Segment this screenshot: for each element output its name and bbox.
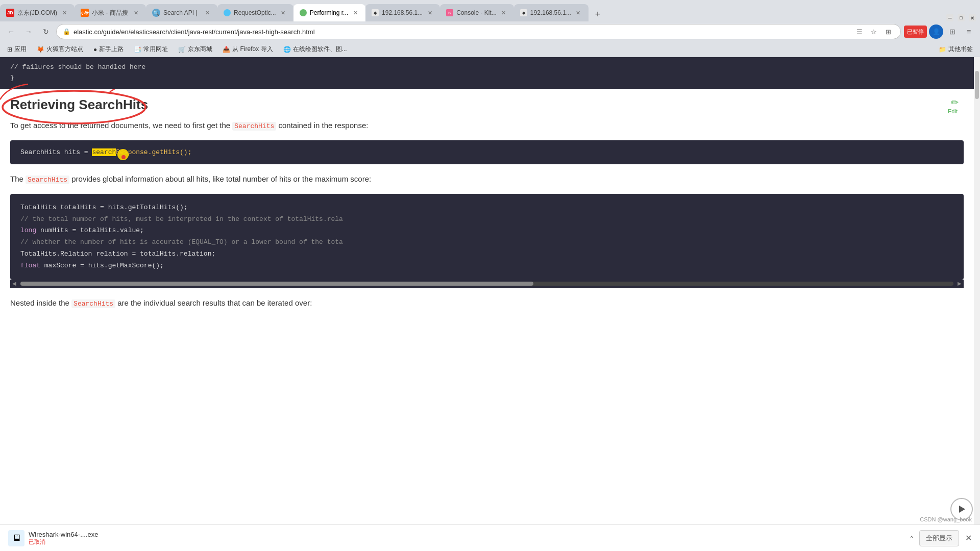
scroll-right-arrow[interactable]: ▶ bbox=[955, 281, 964, 286]
new-tab-button[interactable]: + bbox=[591, 7, 605, 21]
tab-bar: JD 京东(JD.COM) ✕ 小米 小米 - 商品搜 ✕ 🔍 Search A… bbox=[0, 0, 980, 21]
download-expand-button[interactable]: ^ bbox=[910, 535, 913, 542]
cb2-line1: TotalHits totalHits = hits.getTotalHits(… bbox=[20, 202, 953, 214]
code-line-brace: } bbox=[10, 73, 964, 84]
bottom-inline-code: SearchHits bbox=[71, 299, 115, 308]
bookmark-star-icon[interactable]: ☆ bbox=[868, 26, 880, 38]
page-main: // failures should be handled here } Ret… bbox=[0, 57, 980, 524]
code-block-2: TotalHits totalHits = hits.getTotalHits(… bbox=[10, 194, 964, 280]
address-bar[interactable]: 🔒 elastic.co/guide/en/elasticsearch/clie… bbox=[56, 24, 901, 39]
pause-button[interactable]: 已暂停 bbox=[904, 26, 927, 38]
common-icon: 📑 bbox=[134, 46, 141, 53]
tab-search[interactable]: 🔍 Search API | ✕ bbox=[146, 4, 217, 21]
scroll-left-arrow[interactable]: ◀ bbox=[10, 281, 18, 286]
h-scrollbar-track[interactable] bbox=[20, 282, 953, 286]
bookmarks-bar: ⊞ 应用 🦊 火狐官方站点 ● 新手上路 📑 常用网址 🛒 京东商城 📥 从 F… bbox=[0, 42, 980, 57]
download-close-button[interactable]: ✕ bbox=[965, 533, 972, 543]
lock-icon: 🔒 bbox=[63, 28, 70, 35]
bottom-after: are the individual search results that c… bbox=[117, 298, 312, 307]
tab-elastic1[interactable]: ◆ 192.168.56.1... ✕ bbox=[365, 4, 440, 21]
tab-favicon-jd: JD bbox=[6, 9, 14, 17]
edit-icon[interactable]: ✏ bbox=[951, 97, 959, 108]
apps-icon: ⊞ bbox=[7, 46, 12, 53]
tab-kibana[interactable]: K Console - Kit... ✕ bbox=[440, 4, 514, 21]
tab-close-perf[interactable]: ✕ bbox=[351, 9, 359, 17]
tab-favicon-req bbox=[224, 9, 231, 16]
tab-close-search[interactable]: ✕ bbox=[203, 9, 211, 17]
bookmark-others-label: 其他书签 bbox=[948, 45, 973, 54]
bookmark-common[interactable]: 📑 常用网址 bbox=[131, 44, 171, 55]
tab-mi[interactable]: 小米 小米 - 商品搜 ✕ bbox=[75, 4, 146, 21]
show-all-button[interactable]: 全部显示 bbox=[919, 530, 959, 546]
tab-label-kibana: Console - Kit... bbox=[456, 9, 497, 16]
svg-line-1 bbox=[110, 89, 122, 92]
tab-label-mi: 小米 - 商品搜 bbox=[92, 9, 128, 17]
para2-before: The bbox=[10, 174, 23, 183]
newbie-icon: ● bbox=[93, 46, 97, 53]
bottom-text: Nested inside the SearchHits are the ind… bbox=[0, 288, 974, 310]
bookmark-firefox-label: 火狐官方站点 bbox=[46, 45, 83, 54]
tab-jd[interactable]: JD 京东(JD.COM) ✕ bbox=[0, 4, 75, 21]
back-button[interactable]: ← bbox=[4, 24, 18, 39]
tab-close-kibana[interactable]: ✕ bbox=[500, 9, 508, 17]
expand-icon: ^ bbox=[910, 535, 913, 542]
tab-performing[interactable]: Performing r... ✕ bbox=[293, 4, 365, 21]
tab-label-req: RequestOptic... bbox=[234, 9, 276, 16]
bookmark-apps-label: 应用 bbox=[14, 45, 27, 54]
csdn-text: CSDN @wang_book bbox=[920, 516, 972, 522]
tab-label-search: Search API | bbox=[163, 9, 198, 16]
profile-icon[interactable]: 👤 bbox=[929, 24, 943, 39]
toolbar-right: 已暂停 👤 ⊞ ≡ bbox=[904, 24, 976, 39]
tab-close-elastic2[interactable]: ✕ bbox=[574, 9, 582, 17]
reader-icon[interactable]: ☰ bbox=[853, 26, 866, 38]
para2-after: provides global information about all hi… bbox=[71, 174, 371, 183]
bookmark-jd[interactable]: 🛒 京东商城 bbox=[175, 44, 215, 55]
bookmark-common-label: 常用网址 bbox=[143, 45, 168, 54]
red-dot bbox=[121, 155, 126, 159]
paragraph1: To get access to the returned documents,… bbox=[0, 119, 974, 132]
menu-icon[interactable]: ≡ bbox=[962, 24, 976, 39]
bookmark-jd-label: 京东商城 bbox=[188, 45, 212, 54]
download-bar: 🖥 Wireshark-win64-....exe 已取消 ^ 全部显示 ✕ bbox=[0, 524, 980, 551]
translate-icon[interactable]: ⊞ bbox=[882, 26, 894, 38]
tab-close-mi[interactable]: ✕ bbox=[132, 9, 140, 17]
reload-button[interactable]: ↻ bbox=[39, 24, 53, 39]
cb2-line5: TotalHits.Relation relation = totalHits.… bbox=[20, 248, 953, 260]
tab-label-jd: 京东(JD.COM) bbox=[17, 9, 57, 17]
tab-close-req[interactable]: ✕ bbox=[279, 9, 287, 17]
bookmark-others[interactable]: 📁 其他书签 bbox=[936, 44, 976, 55]
para1-inline-code: SearchHits bbox=[232, 122, 276, 131]
heading-text: Retrieving SearchHits bbox=[10, 97, 148, 112]
bookmark-firefox[interactable]: 🦊 火狐官方站点 bbox=[34, 44, 86, 55]
paragraph2-text: The SearchHits provides global informati… bbox=[10, 172, 964, 186]
forward-button[interactable]: → bbox=[21, 24, 36, 39]
para1-before: To get access to the returned documents,… bbox=[10, 121, 230, 130]
code-line-comment: // failures should be handled here bbox=[10, 62, 964, 73]
v-scrollbar-thumb bbox=[975, 71, 979, 99]
bookmark-newbie[interactable]: ● 新手上路 bbox=[90, 44, 127, 55]
paragraph2: The SearchHits provides global informati… bbox=[0, 172, 974, 186]
code-b1-highlight: searchResponse.getHits(); bbox=[92, 148, 191, 156]
svg-marker-2 bbox=[959, 506, 965, 513]
bookmark-apps[interactable]: ⊞ 应用 bbox=[4, 44, 30, 55]
browser-chrome: JD 京东(JD.COM) ✕ 小米 小米 - 商品搜 ✕ 🔍 Search A… bbox=[0, 0, 980, 57]
bookmark-newbie-label: 新手上路 bbox=[99, 45, 124, 54]
tab-favicon-perf bbox=[300, 9, 307, 16]
folder-icon: 📁 bbox=[939, 46, 946, 53]
code-block-top: // failures should be handled here } bbox=[0, 57, 974, 89]
firefox-icon: 🦊 bbox=[37, 46, 44, 53]
bookmark-firefox-import[interactable]: 📥 从 Firefox 导入 bbox=[219, 44, 276, 55]
tab-request[interactable]: RequestOptic... ✕ bbox=[217, 4, 293, 21]
cb2-line6: float maxScore = hits.getMaxScore(); bbox=[20, 260, 953, 272]
tab-close-elastic1[interactable]: ✕ bbox=[426, 9, 434, 17]
minimize-button[interactable]: ─ bbox=[946, 14, 953, 21]
tab-favicon-elastic2: ◆ bbox=[520, 9, 527, 16]
bookmark-drawing[interactable]: 🌐 在线绘图软件、图... bbox=[280, 44, 350, 55]
tab-close-jd[interactable]: ✕ bbox=[60, 9, 68, 17]
extensions-icon[interactable]: ⊞ bbox=[945, 24, 960, 39]
close-window-button[interactable]: ✕ bbox=[969, 14, 976, 21]
address-bar-row: ← → ↻ 🔒 elastic.co/guide/en/elasticsearc… bbox=[0, 21, 980, 42]
maximize-button[interactable]: □ bbox=[958, 14, 965, 21]
right-scrollbar[interactable] bbox=[974, 57, 980, 524]
tab-elastic2[interactable]: ◆ 192.168.56.1... ✕ bbox=[514, 4, 589, 21]
